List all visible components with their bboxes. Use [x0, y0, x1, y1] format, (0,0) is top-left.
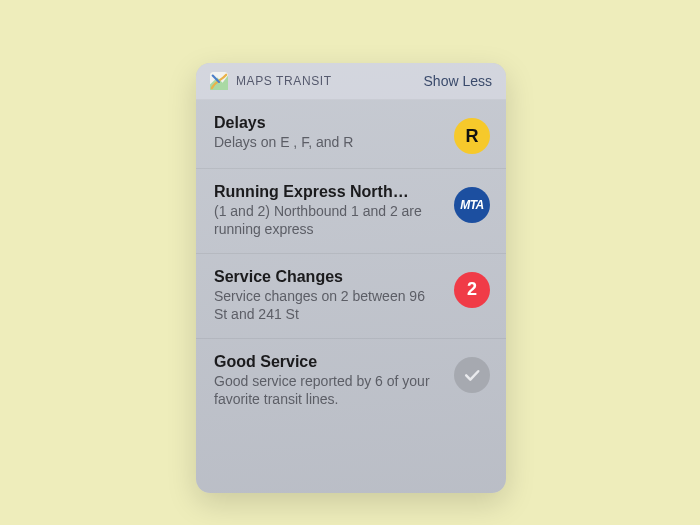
row-subtitle: (1 and 2) Northbound 1 and 2 are running…: [214, 203, 442, 239]
row-text: Delays Delays on E , F, and R: [214, 114, 442, 152]
transit-line-2-badge: 2: [454, 272, 490, 308]
row-title: Running Express North…: [214, 183, 442, 201]
row-text: Running Express North… (1 and 2) Northbo…: [214, 183, 442, 239]
checkmark-icon: [462, 365, 482, 385]
transit-alert-row[interactable]: Service Changes Service changes on 2 bet…: [196, 253, 506, 338]
row-title: Service Changes: [214, 268, 442, 286]
transit-alert-row[interactable]: Good Service Good service reported by 6 …: [196, 338, 506, 423]
maps-transit-widget: MAPS TRANSIT Show Less Delays Delays on …: [196, 63, 506, 493]
maps-app-icon: [210, 72, 228, 90]
good-service-check-badge: [454, 357, 490, 393]
widget-title: MAPS TRANSIT: [236, 74, 332, 88]
row-text: Good Service Good service reported by 6 …: [214, 353, 442, 409]
show-less-button[interactable]: Show Less: [424, 73, 492, 89]
row-subtitle: Service changes on 2 between 96 St and 2…: [214, 288, 442, 324]
transit-alert-row[interactable]: Running Express North… (1 and 2) Northbo…: [196, 168, 506, 253]
row-text: Service Changes Service changes on 2 bet…: [214, 268, 442, 324]
row-title: Delays: [214, 114, 442, 132]
row-subtitle: Delays on E , F, and R: [214, 134, 442, 152]
row-subtitle: Good service reported by 6 of your favor…: [214, 373, 442, 409]
widget-header: MAPS TRANSIT Show Less: [196, 63, 506, 99]
row-title: Good Service: [214, 353, 442, 371]
mta-logo-badge: MTA: [454, 187, 490, 223]
transit-alert-row[interactable]: Delays Delays on E , F, and R R: [196, 99, 506, 168]
transit-line-r-badge: R: [454, 118, 490, 154]
